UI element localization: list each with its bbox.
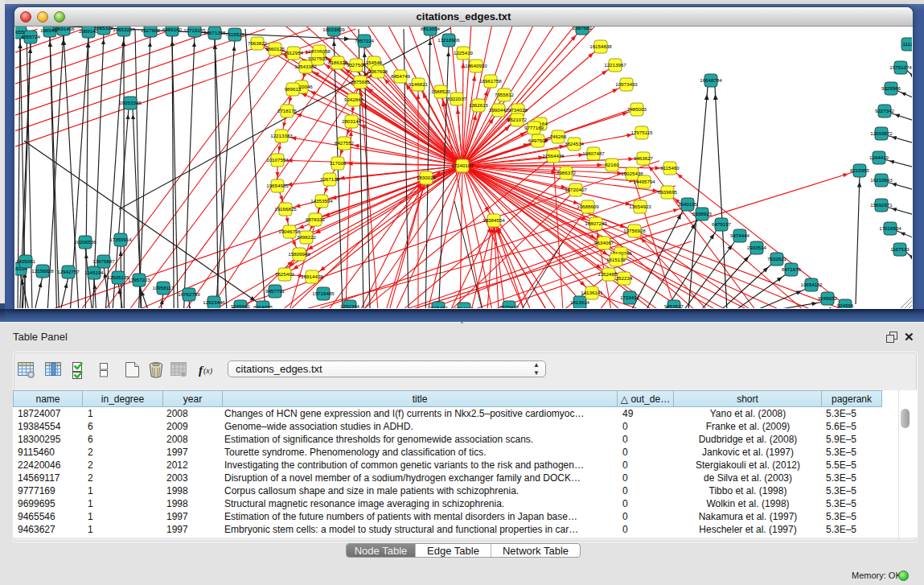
svg-text:9463627: 9463627 [634, 155, 654, 161]
svg-text:1112: 1112 [903, 41, 912, 47]
svg-text:9146821: 9146821 [409, 81, 429, 87]
svg-text:12923446: 12923446 [203, 299, 225, 305]
svg-text:9115460: 9115460 [660, 165, 680, 171]
svg-text:7625402: 7625402 [275, 271, 295, 277]
svg-text:8813054: 8813054 [421, 27, 441, 31]
svg-text:13654923: 13654923 [629, 204, 651, 209]
svg-text:7515526: 7515526 [225, 31, 245, 37]
svg-text:3267130: 3267130 [320, 176, 340, 182]
svg-text:2718176: 2718176 [277, 108, 298, 113]
svg-text:10807487: 10807487 [582, 150, 605, 156]
svg-text:17359914: 17359914 [109, 237, 132, 242]
svg-text:13218906: 13218906 [437, 37, 460, 43]
svg-text:8322037: 8322037 [447, 96, 467, 101]
svg-text:8454749: 8454749 [391, 73, 411, 79]
svg-text:15716485: 15716485 [312, 290, 335, 296]
svg-text:7625413: 7625413 [499, 304, 519, 308]
svg-text:12156828: 12156828 [31, 268, 54, 274]
svg-text:10543362: 10543362 [294, 64, 317, 69]
svg-text:19654985: 19654985 [266, 183, 289, 188]
svg-text:1244419: 1244419 [869, 154, 889, 160]
svg-text:1167533: 1167533 [890, 246, 910, 252]
svg-text:7663822: 7663822 [248, 40, 268, 46]
svg-text:13975887: 13975887 [92, 258, 115, 264]
svg-text:1362615: 1362615 [469, 102, 489, 108]
svg-text:12213383: 12213383 [270, 133, 293, 138]
svg-text:8427552: 8427552 [335, 140, 355, 146]
svg-text:20206536: 20206536 [74, 239, 97, 245]
svg-text:8664855: 8664855 [253, 304, 273, 308]
svg-text:10973493: 10973493 [615, 81, 638, 87]
svg-text:19756928: 19756928 [623, 228, 646, 233]
svg-text:17957223: 17957223 [128, 277, 150, 282]
svg-text:2803144: 2803144 [342, 118, 362, 124]
svg-text:12213967: 12213967 [604, 62, 626, 68]
svg-text:17016504: 17016504 [879, 225, 901, 231]
svg-text:989613: 989613 [285, 86, 302, 92]
svg-text:12942757: 12942757 [57, 269, 80, 274]
svg-text:62160: 62160 [605, 162, 619, 167]
svg-text:16033809: 16033809 [322, 27, 345, 32]
svg-text:1615132: 1615132 [606, 257, 626, 262]
svg-text:9245661: 9245661 [231, 303, 251, 308]
svg-text:924566: 924566 [837, 303, 854, 308]
svg-text:2367608: 2367608 [368, 68, 388, 74]
svg-text:1527602: 1527602 [141, 27, 161, 33]
svg-text:16961758: 16961758 [479, 78, 502, 84]
svg-text:8215955: 8215955 [850, 167, 870, 173]
svg-text:3498222: 3498222 [297, 234, 317, 240]
svg-text:8878332: 8878332 [306, 216, 326, 222]
svg-text:1733416: 1733416 [620, 295, 640, 300]
svg-text:(x): (x) [203, 366, 213, 376]
svg-text:1065328: 1065328 [94, 27, 114, 31]
svg-text:14353594: 14353594 [310, 198, 333, 204]
svg-text:9227342: 9227342 [875, 108, 895, 113]
svg-text:8471676: 8471676 [782, 266, 802, 272]
svg-text:5938923: 5938923 [692, 211, 713, 216]
svg-text:9115467: 9115467 [429, 305, 448, 308]
svg-text:9329966: 9329966 [881, 85, 901, 91]
svg-text:16210643: 16210643 [870, 177, 893, 183]
svg-text:14136141: 14136141 [581, 290, 603, 295]
svg-text:20053346: 20053346 [119, 100, 142, 105]
svg-text:20691406: 20691406 [52, 27, 75, 31]
svg-text:1830029: 1830029 [417, 175, 437, 180]
svg-text:17975115: 17975115 [630, 130, 653, 135]
svg-text:15809948: 15809948 [288, 251, 310, 257]
svg-text:7986372: 7986372 [556, 170, 577, 175]
svg-text:15692971: 15692971 [870, 202, 893, 208]
svg-text:9245652: 9245652 [818, 295, 838, 301]
svg-text:10107553: 10107553 [266, 157, 289, 163]
svg-text:9474444: 9474444 [730, 233, 750, 238]
svg-text:16154838: 16154838 [589, 43, 612, 49]
svg-text:10958117: 10958117 [152, 285, 175, 290]
svg-text:1724010: 1724010 [454, 306, 474, 308]
svg-text:154546: 154546 [366, 60, 383, 65]
svg-text:3624534: 3624534 [565, 141, 585, 146]
svg-text:352234: 352234 [616, 275, 633, 281]
svg-text:16914479: 16914479 [301, 274, 323, 279]
svg-text:9777169: 9777169 [524, 125, 544, 130]
svg-text:9453627: 9453627 [664, 303, 684, 308]
svg-text:3875685: 3875685 [351, 79, 371, 84]
svg-text:2933514: 2933514 [747, 245, 767, 250]
svg-text:15720407: 15720407 [565, 187, 587, 192]
svg-text:1292344: 1292344 [340, 303, 360, 308]
svg-text:18640910: 18640910 [465, 63, 487, 68]
svg-text:19384554: 19384554 [483, 217, 505, 223]
svg-text:6497508: 6497508 [528, 138, 548, 143]
svg-text:9634067: 9634067 [594, 240, 614, 245]
svg-text:6479197: 6479197 [712, 221, 732, 227]
svg-text:16782759: 16782759 [178, 291, 200, 297]
svg-text:6939695: 6939695 [658, 189, 678, 195]
svg-text:1435061: 1435061 [16, 258, 36, 264]
svg-text:7955812: 7955812 [495, 92, 515, 97]
svg-text:10654112: 10654112 [800, 282, 823, 287]
svg-text:317006: 317006 [330, 160, 347, 166]
svg-text:7857224: 7857224 [355, 38, 375, 43]
svg-text:10688609: 10688609 [577, 204, 599, 209]
svg-text:21564436: 21564436 [542, 153, 565, 159]
svg-text:8186328: 8186328 [328, 60, 348, 65]
svg-text:17240107: 17240107 [451, 163, 474, 168]
svg-text:19166825: 19166825 [274, 206, 297, 212]
